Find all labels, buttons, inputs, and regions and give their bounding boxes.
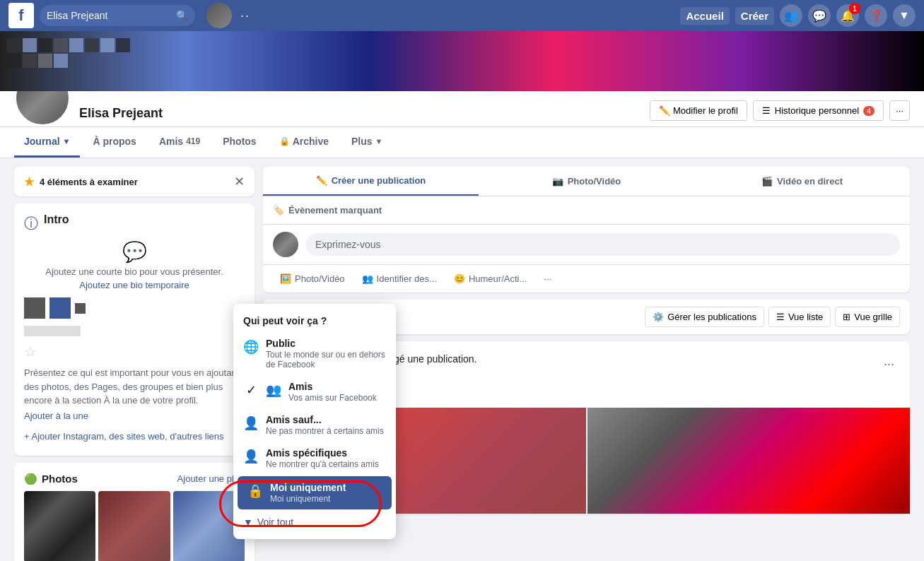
star-icon: ★ xyxy=(24,175,34,189)
profile-nav-tabs: Journal ▼ À propos Amis 419 Photos 🔒 Arc… xyxy=(0,127,924,158)
feature-text: Présentez ce qui est important pour vous… xyxy=(24,366,245,408)
lock-icon: 🔒 xyxy=(247,483,263,499)
list-icon: ☰ xyxy=(762,105,771,116)
photo-thumb-2[interactable] xyxy=(98,491,170,562)
manage-icon: ⚙️ xyxy=(653,312,664,322)
edit-profile-btn[interactable]: ✏️ Modifier le profil xyxy=(650,100,747,121)
photos-card: 🟢 Photos Ajouter une ph... xyxy=(14,463,255,562)
tab-apropos[interactable]: À propos xyxy=(83,127,146,158)
grid-view-btn[interactable]: ⊞ Vue grille xyxy=(835,307,900,327)
list-icon: ☰ xyxy=(776,312,785,322)
voir-tout-btn[interactable]: ▼ Voir tout xyxy=(233,511,396,533)
tag-icon: 👥 xyxy=(362,273,373,284)
add-bio-link[interactable]: Ajoutez une bio temporaire xyxy=(79,280,189,290)
friends-group-icon: 👥 xyxy=(266,382,281,398)
cover-image xyxy=(0,31,924,91)
lock-icon: 🔒 xyxy=(279,136,290,146)
friends-icon: 👥 xyxy=(784,9,798,23)
help-icon: ❓ xyxy=(869,9,883,23)
tab-create-post[interactable]: ✏️ Créer une publication xyxy=(263,167,479,196)
photos-header: 🟢 Photos Ajouter une ph... xyxy=(24,473,245,485)
pencil-icon: ✏️ xyxy=(659,105,670,116)
intro-bio: 💬 Ajoutez une courte bio pour vous prése… xyxy=(24,240,245,290)
tab-event[interactable]: 🏷️ Évènement marquant xyxy=(273,201,900,220)
review-bar: ★ 4 éléments à examiner ✕ xyxy=(14,167,255,196)
create-post-tabs: ✏️ Créer une publication 📷 Photo/Vidéo 🎬… xyxy=(263,167,910,196)
star-outline-icon: ☆ xyxy=(24,343,37,360)
photos-title: 🟢 Photos xyxy=(24,473,78,485)
search-bar[interactable]: 🔍 xyxy=(40,5,195,26)
chevron-down-icon: ▼ xyxy=(63,137,71,146)
tab-plus[interactable]: Plus ▼ xyxy=(341,127,392,158)
photo-thumb-1[interactable] xyxy=(24,491,95,562)
profile-actions: ✏️ Modifier le profil ☰ Historique perso… xyxy=(650,100,910,126)
profile-section: Elisa Prejeant ✏️ Modifier le profil ☰ H… xyxy=(0,91,924,127)
emoji-icon: 😊 xyxy=(454,273,465,284)
dropdown-item-public[interactable]: 🌐 Public Tout le monde sur ou en dehors … xyxy=(233,332,396,375)
tab-amis[interactable]: Amis 419 xyxy=(149,127,210,158)
intro-title: Intro xyxy=(44,213,69,226)
photos-grid xyxy=(24,491,245,562)
chevron-down-icon: ▼ xyxy=(899,9,910,22)
profile-more-btn[interactable]: ··· xyxy=(889,100,910,121)
profile-left: Elisa Prejeant xyxy=(14,91,650,126)
dropdown-item-friends-except[interactable]: 👤 Amis sauf... Ne pas montrer à certains… xyxy=(233,408,396,442)
history-badge: 4 xyxy=(863,106,875,116)
mood-action-btn[interactable]: 😊 Humeur/Acti... xyxy=(447,269,534,288)
messenger-icon: 💬 xyxy=(812,9,826,23)
globe-icon: 🌐 xyxy=(243,339,259,355)
add-instagram-link[interactable]: + Ajouter Instagram, des sites web, d'au… xyxy=(24,427,245,446)
chevron-down-icon: ▼ xyxy=(243,516,253,528)
friends-check-icon: ✓ xyxy=(243,382,259,398)
add-feature-link[interactable]: Ajouter à la une xyxy=(24,411,245,421)
photos-icon: 🟢 xyxy=(24,473,37,485)
nav-accueil-btn[interactable]: Accueil xyxy=(680,7,729,25)
history-btn[interactable]: ☰ Historique personnel 4 xyxy=(753,100,884,121)
dropdown-item-friends[interactable]: ✓ 👥 Amis Vos amis sur Facebook xyxy=(233,375,396,408)
nav-help-btn[interactable]: ❓ xyxy=(865,4,887,27)
nav-creer-btn[interactable]: Créer xyxy=(735,7,774,25)
live-icon: 🎬 xyxy=(761,176,773,187)
notification-badge: 1 xyxy=(849,3,860,14)
tab-journal[interactable]: Journal ▼ xyxy=(14,127,80,158)
pub-controls: ⚙️ Gérer les publications ☰ Vue liste ⊞ … xyxy=(645,307,900,327)
nav-profile-avatar[interactable] xyxy=(206,3,232,28)
audience-dropdown: Qui peut voir ça ? 🌐 Public Tout le mond… xyxy=(233,304,396,539)
nav-dot-menu[interactable]: ·· xyxy=(238,8,253,23)
nav-messenger-btn[interactable]: 💬 xyxy=(808,4,831,27)
search-input[interactable] xyxy=(47,10,172,21)
nav-more-btn[interactable]: ▼ xyxy=(893,4,916,27)
tab-photo-video[interactable]: 📷 Photo/Vidéo xyxy=(479,167,694,196)
close-review-btn[interactable]: ✕ xyxy=(234,174,245,189)
nav-notifications-btn[interactable]: 🔔 1 xyxy=(836,4,859,27)
flag-icon: 🏷️ xyxy=(273,205,284,215)
cover-section: Elisa Prejeant ✏️ Modifier le profil ☰ H… xyxy=(0,31,924,158)
post-input[interactable]: Exprimez-vous xyxy=(305,233,900,256)
dropdown-title: Qui peut voir ça ? xyxy=(233,309,396,332)
manage-pubs-btn[interactable]: ⚙️ Gérer les publications xyxy=(645,307,764,327)
facebook-logo: f xyxy=(8,3,34,28)
left-sidebar: ★ 4 éléments à examiner ✕ ⓘ Intro 💬 Ajou… xyxy=(14,167,255,561)
create-post-body: Exprimez-vous xyxy=(263,225,910,264)
create-post-avatar xyxy=(273,232,298,257)
post-more-btn[interactable]: ··· xyxy=(878,354,900,374)
tab-photos[interactable]: Photos xyxy=(213,127,266,158)
post-image-2 xyxy=(587,408,911,514)
search-icon[interactable]: 🔍 xyxy=(176,10,188,21)
more-action-btn[interactable]: ··· xyxy=(537,269,559,288)
nav-friends-btn[interactable]: 👥 xyxy=(780,4,802,27)
photo-video-action-btn[interactable]: 🖼️ Photo/Vidéo xyxy=(273,269,352,288)
tab-live-video[interactable]: 🎬 Vidéo en direct xyxy=(694,167,910,196)
speech-bubble-icon: 💬 xyxy=(122,240,147,264)
pencil-icon: ✏️ xyxy=(316,175,327,186)
dropdown-item-specific-friends[interactable]: 👤 Amis spécifiques Ne montrer qu'à certa… xyxy=(233,442,396,475)
intro-card: ⓘ Intro 💬 Ajoutez une courte bio pour vo… xyxy=(14,203,255,456)
dropdown-item-only-me[interactable]: 🔒 Moi uniquement Moi uniquement xyxy=(238,476,392,509)
create-post-card: ✏️ Créer une publication 📷 Photo/Vidéo 🎬… xyxy=(263,167,910,293)
camera-icon: 📷 xyxy=(552,176,563,187)
list-view-btn[interactable]: ☰ Vue liste xyxy=(768,307,831,327)
post-actions-bar: 🖼️ Photo/Vidéo 👥 Identifier des... 😊 Hum… xyxy=(263,264,910,293)
tab-archive[interactable]: 🔒 Archive xyxy=(269,127,339,158)
main-content: ★ 4 éléments à examiner ✕ ⓘ Intro 💬 Ajou… xyxy=(0,158,924,561)
tag-action-btn[interactable]: 👥 Identifier des... xyxy=(355,269,444,288)
